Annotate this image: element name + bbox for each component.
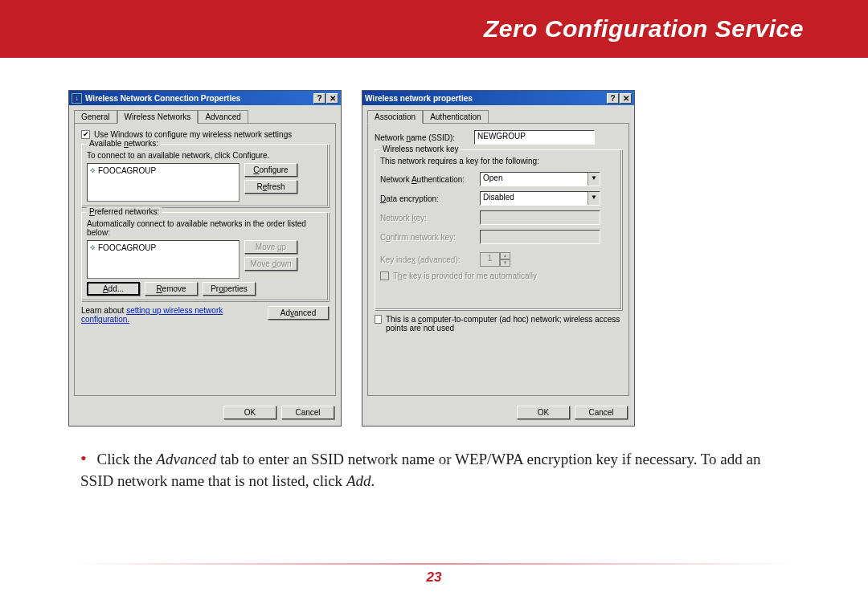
- fieldset-legend: Available networks:: [87, 139, 161, 148]
- encryption-label: Data encryption:: [380, 194, 475, 203]
- hint-text: To connect to an available network, clic…: [87, 151, 323, 160]
- page-number: 23: [0, 569, 868, 586]
- tab-strip: Association Authentication: [362, 105, 634, 123]
- encryption-row: Data encryption: Disabled ▼: [380, 191, 616, 206]
- auth-label: Network Authentication:: [380, 175, 475, 184]
- dialogs-container: ↓ Wireless Network Connection Properties…: [0, 58, 868, 427]
- fieldset-legend: Wireless network key: [380, 145, 461, 153]
- checkbox-label: The key is provided for me automatically: [393, 271, 537, 280]
- checkbox-use-windows[interactable]: ✔: [81, 130, 90, 139]
- tab-advanced[interactable]: Advanced: [198, 110, 248, 124]
- tab-strip: General Wireless Networks Advanced: [69, 105, 341, 123]
- checkbox-adhoc[interactable]: [375, 315, 382, 324]
- adhoc-checkbox-row: This is a computer-to-computer (ad hoc) …: [375, 315, 622, 333]
- tab-wireless-networks[interactable]: Wireless Networks: [117, 110, 199, 124]
- properties-button[interactable]: Properties: [203, 282, 256, 296]
- available-networks-list[interactable]: ⟡ FOOCAGROUP: [87, 163, 240, 202]
- hint-text: This network requires a key for the foll…: [380, 157, 616, 165]
- help-button[interactable]: ?: [313, 93, 326, 104]
- encryption-select[interactable]: Disabled ▼: [480, 191, 600, 206]
- auth-select[interactable]: Open ▼: [480, 172, 600, 186]
- close-button[interactable]: ✕: [620, 93, 632, 104]
- network-key-row: Network key:: [380, 210, 616, 225]
- tab-general[interactable]: General: [74, 110, 117, 124]
- confirm-key-row: Confirm network key:: [380, 230, 616, 244]
- use-windows-checkbox-row: ✔ Use Windows to configure my wireless n…: [81, 130, 329, 139]
- key-index-label: Key index (advanced):: [380, 255, 475, 264]
- available-networks-fieldset: Available networks: To connect to an ava…: [81, 144, 329, 207]
- spinner-down-icon: ▼: [500, 259, 510, 267]
- bullet-icon: •: [80, 448, 87, 468]
- page-title: Zero Configuration Service: [484, 15, 804, 43]
- confirm-key-input: [480, 230, 600, 244]
- key-index-spinner: 1 ▲ ▼: [480, 252, 510, 267]
- dialog-wireless-properties: ↓ Wireless Network Connection Properties…: [68, 90, 342, 427]
- configure-button[interactable]: Configure: [244, 163, 297, 177]
- spinner-up-icon: ▲: [500, 252, 510, 259]
- titlebar[interactable]: ↓ Wireless Network Connection Properties…: [69, 91, 341, 105]
- dialog-network-properties: Wireless network properties ? ✕ Associat…: [362, 90, 635, 427]
- dropdown-arrow-icon: ▼: [588, 192, 600, 205]
- network-key-label: Network key:: [380, 214, 475, 222]
- window-title: Wireless Network Connection Properties: [85, 94, 313, 103]
- instruction-paragraph: • Click the Advanced tab to enter an SSI…: [0, 427, 868, 491]
- titlebar[interactable]: Wireless network properties ? ✕: [362, 91, 634, 105]
- fieldset-legend: Preferred networks:: [87, 207, 162, 216]
- auto-key-checkbox-row: The key is provided for me automatically: [380, 271, 616, 280]
- list-item[interactable]: ⟡ FOOCAGROUP: [88, 165, 238, 176]
- list-item[interactable]: ⟡ FOOCAGROUP: [88, 242, 238, 253]
- dialog-buttons: OK Cancel: [362, 401, 634, 426]
- network-icon: ⟡: [90, 165, 96, 175]
- tab-panel: Network name (SSID): NEWGROUP Wireless n…: [367, 123, 629, 396]
- hint-text: Automatically connect to available netwo…: [87, 219, 323, 237]
- ssid-row: Network name (SSID): NEWGROUP: [375, 130, 622, 145]
- ssid-input[interactable]: NEWGROUP: [474, 130, 595, 145]
- move-up-button[interactable]: Move up: [244, 240, 297, 254]
- page-footer: 23: [0, 563, 868, 586]
- wireless-key-fieldset: Wireless network key This network requir…: [375, 149, 622, 310]
- help-button[interactable]: ?: [607, 93, 619, 104]
- page-header: Zero Configuration Service: [0, 0, 868, 58]
- cancel-button[interactable]: Cancel: [281, 406, 334, 419]
- dialog-buttons: OK Cancel: [69, 401, 341, 426]
- app-icon: ↓: [72, 93, 82, 104]
- learn-about-text: Learn about setting up wireless network …: [81, 306, 261, 324]
- auth-row: Network Authentication: Open ▼: [380, 172, 616, 186]
- add-button[interactable]: Add...: [87, 282, 140, 296]
- preferred-networks-list[interactable]: ⟡ FOOCAGROUP: [87, 240, 240, 279]
- checkbox-label: Use Windows to configure my wireless net…: [94, 130, 292, 139]
- checkbox-label: This is a computer-to-computer (ad hoc) …: [386, 315, 622, 333]
- ssid-label: Network name (SSID):: [375, 133, 469, 142]
- tab-panel: ✔ Use Windows to configure my wireless n…: [74, 123, 336, 396]
- remove-button[interactable]: Remove: [145, 282, 198, 296]
- move-down-button[interactable]: Move down: [244, 257, 297, 271]
- dropdown-arrow-icon: ▼: [588, 173, 600, 186]
- checkbox-auto-key: [380, 271, 389, 280]
- key-index-row: Key index (advanced): 1 ▲ ▼: [380, 252, 616, 267]
- tab-association[interactable]: Association: [367, 110, 423, 124]
- refresh-button[interactable]: Refresh: [244, 180, 297, 194]
- confirm-key-label: Confirm network key:: [380, 233, 475, 242]
- advanced-button[interactable]: Advanced: [268, 306, 329, 320]
- footer-divider: [72, 563, 796, 565]
- tab-authentication[interactable]: Authentication: [423, 110, 488, 124]
- preferred-networks-fieldset: Preferred networks: Automatically connec…: [81, 212, 329, 301]
- ok-button[interactable]: OK: [223, 406, 276, 419]
- network-icon: ⟡: [90, 243, 96, 252]
- network-name: FOOCAGROUP: [98, 166, 156, 175]
- window-title: Wireless network properties: [365, 94, 606, 103]
- ok-button[interactable]: OK: [517, 406, 570, 419]
- close-button[interactable]: ✕: [326, 93, 338, 104]
- network-key-input: [480, 210, 600, 225]
- cancel-button[interactable]: Cancel: [575, 406, 628, 419]
- network-name: FOOCAGROUP: [98, 243, 156, 252]
